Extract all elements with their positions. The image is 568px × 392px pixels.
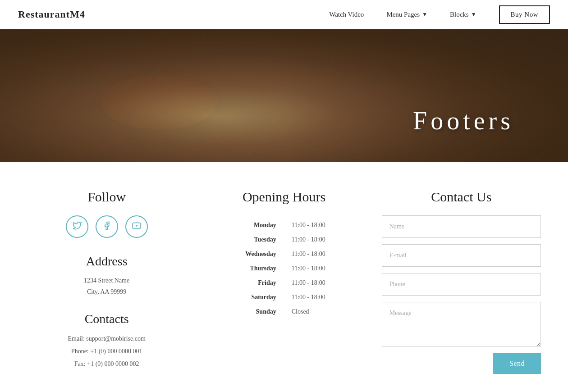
social-icons-group: [66, 215, 148, 238]
facebook-icon: [102, 221, 111, 232]
name-input[interactable]: [382, 215, 541, 238]
hours-time: 11:00 - 18:00: [287, 261, 364, 276]
hours-time: 11:00 - 18:00: [287, 290, 364, 305]
navbar: RestaurantM4 Watch Video Menu Pages ▼ Bl…: [0, 0, 568, 29]
hero-title: Footers: [413, 106, 514, 135]
contact-column: Contact Us Send: [373, 189, 541, 374]
address-line1: 1234 Street Name: [84, 275, 129, 286]
youtube-button[interactable]: [125, 215, 148, 238]
blocks-arrow-icon: ▼: [471, 11, 476, 18]
nav-menu-pages[interactable]: Menu Pages ▼: [386, 11, 427, 18]
address-line2: City, AA 99999: [84, 286, 129, 297]
hours-day: Wednesday: [204, 247, 287, 261]
hours-time: 11:00 - 18:00: [287, 247, 364, 261]
contact-form: Send: [382, 215, 541, 374]
table-row: Thursday11:00 - 18:00: [204, 261, 363, 276]
email-input[interactable]: [382, 244, 541, 267]
svg-marker-0: [136, 224, 138, 227]
hours-column: Opening Hours Monday11:00 - 18:00Tuesday…: [195, 189, 372, 374]
address-text: 1234 Street Name City, AA 99999: [84, 275, 129, 297]
nav-watch-video[interactable]: Watch Video: [329, 11, 364, 18]
phone-input[interactable]: [382, 273, 541, 296]
facebook-button[interactable]: [96, 215, 118, 238]
nav-links: Watch Video Menu Pages ▼ Blocks ▼ Buy No…: [329, 5, 550, 24]
contacts-heading: Contacts: [85, 312, 129, 326]
twitter-icon: [73, 221, 82, 232]
hero-section: Footers: [0, 29, 568, 162]
send-button[interactable]: Send: [493, 353, 541, 374]
hours-time: 11:00 - 18:00: [287, 276, 364, 290]
hours-day: Tuesday: [204, 232, 287, 247]
contact-heading: Contact Us: [431, 189, 491, 205]
contact-email: Email: support@mobirise.com: [68, 333, 146, 345]
hours-day: Friday: [204, 276, 287, 290]
message-input[interactable]: [382, 302, 541, 347]
youtube-icon: [132, 221, 141, 232]
menu-pages-arrow-icon: ▼: [422, 11, 427, 18]
table-row: SundayClosed: [204, 305, 363, 319]
follow-column: Follow: [27, 189, 195, 374]
hours-time: 11:00 - 18:00: [287, 232, 364, 247]
address-heading: Address: [86, 254, 128, 269]
nav-blocks[interactable]: Blocks ▼: [450, 11, 476, 18]
hours-heading: Opening Hours: [243, 189, 325, 205]
hours-day: Saturday: [204, 290, 287, 305]
buy-now-button[interactable]: Buy Now: [499, 5, 550, 24]
hours-time: Closed: [287, 305, 364, 319]
hours-day: Thursday: [204, 261, 287, 276]
hero-overlay: [0, 29, 568, 162]
hours-time: 11:00 - 18:00: [287, 218, 364, 232]
hours-table: Monday11:00 - 18:00Tuesday11:00 - 18:00W…: [204, 218, 363, 319]
hours-day: Sunday: [204, 305, 287, 319]
hours-day: Monday: [204, 218, 287, 232]
footer-content: Follow: [0, 162, 568, 392]
table-row: Tuesday11:00 - 18:00: [204, 232, 363, 247]
contact-fax: Fax: +1 (0) 000 0000 002: [68, 358, 146, 370]
contacts-text: Email: support@mobirise.com Phone: +1 (0…: [68, 333, 146, 370]
twitter-button[interactable]: [66, 215, 88, 238]
table-row: Wednesday11:00 - 18:00: [204, 247, 363, 261]
table-row: Saturday11:00 - 18:00: [204, 290, 363, 305]
table-row: Friday11:00 - 18:00: [204, 276, 363, 290]
table-row: Monday11:00 - 18:00: [204, 218, 363, 232]
contact-phone: Phone: +1 (0) 000 0000 001: [68, 345, 146, 358]
follow-heading: Follow: [87, 189, 126, 205]
brand-logo[interactable]: RestaurantM4: [18, 9, 85, 20]
